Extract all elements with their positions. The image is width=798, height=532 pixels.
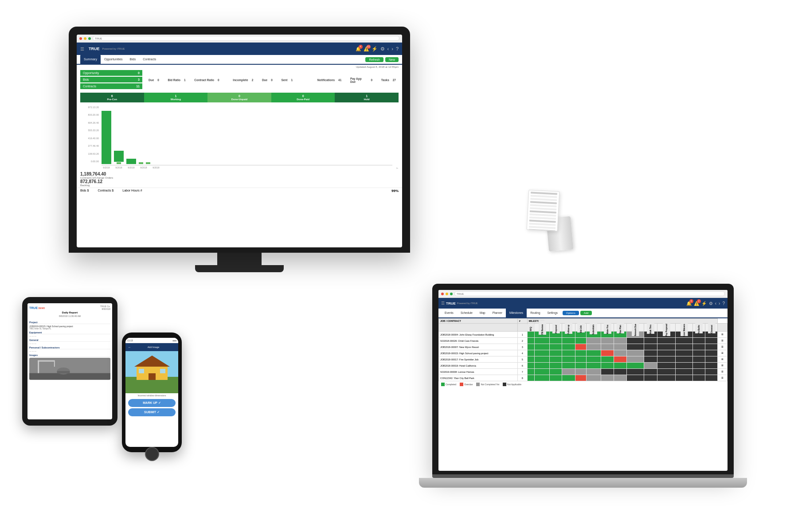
submit-button[interactable]: SUBMIT ✓ bbox=[128, 408, 176, 416]
chart-bars bbox=[102, 106, 392, 165]
laptop-tab-milestones[interactable]: Milestones bbox=[506, 308, 527, 318]
tab-opportunities[interactable]: Opportunities bbox=[101, 55, 126, 64]
table-row: JOB2018-00007: New Wynn Resort 3 bbox=[439, 344, 728, 350]
browser-close-dot[interactable] bbox=[79, 37, 82, 40]
monitor-screen: TRUE ☰ TRUE Powered by iTRUE 🔔4 ⚠️421 ⚡ bbox=[77, 35, 402, 247]
contracts-dollar-tab[interactable]: Contracts $ bbox=[98, 189, 113, 193]
job-name-6: JOB2018-00019: Hotel California bbox=[439, 363, 518, 369]
laptop-chevron-left-icon[interactable]: ‹ bbox=[715, 301, 716, 306]
ms-row-menu-6[interactable]: ≡ bbox=[717, 363, 727, 369]
ms-5-7 bbox=[601, 356, 614, 363]
browser-max-dot[interactable] bbox=[88, 37, 91, 40]
laptop-hamburger-icon[interactable]: ☰ bbox=[441, 301, 445, 305]
ms-row-menu-4[interactable]: ≡ bbox=[717, 350, 727, 356]
new-button[interactable]: New bbox=[385, 57, 399, 62]
col-empty bbox=[439, 324, 518, 332]
laptop-gear-icon[interactable]: ⚙ bbox=[709, 301, 713, 306]
gear-icon[interactable]: ⚙ bbox=[380, 46, 385, 52]
bids-stat[interactable]: Bids 3 bbox=[80, 77, 142, 82]
laptop-min-dot[interactable] bbox=[446, 293, 448, 295]
done-unpaid-bar[interactable]: 0Done-Unpaid bbox=[207, 93, 271, 102]
legend-overdue: Overdue bbox=[460, 383, 473, 386]
desktop-app-header: ☰ TRUE Powered by iTRUE 🔔4 ⚠️421 ⚡ ⚙ ‹ › bbox=[77, 43, 402, 55]
chevron-left-icon[interactable]: ‹ bbox=[387, 46, 389, 51]
options-button[interactable]: Options bbox=[563, 311, 579, 315]
ms-header-pay: Pay Proposal bbox=[662, 318, 670, 336]
tablet-header-row: TRUE DEMO TRUE Co. 8/8/2018 bbox=[29, 305, 110, 310]
ms-row-menu-1[interactable]: ≡ bbox=[717, 332, 727, 338]
ms-6-11 bbox=[657, 363, 675, 369]
tablet-equipment-section: Equipment — — — bbox=[29, 331, 110, 337]
ms-row-menu-2[interactable]: ≡ bbox=[717, 338, 727, 344]
opportunity-value: 0 bbox=[138, 71, 140, 74]
alarm-badge-2: 421 bbox=[367, 45, 371, 49]
phone-time: 11:13 bbox=[127, 339, 133, 342]
tablet-subcontractors-content: — — — bbox=[29, 350, 110, 352]
laptop-tab-map[interactable]: Map bbox=[476, 308, 489, 318]
ms-row-menu-3[interactable]: ≡ bbox=[717, 344, 727, 350]
legend-not-completed-box bbox=[476, 383, 480, 386]
ms-3-11 bbox=[657, 344, 675, 350]
contracts-stat[interactable]: Contracts 11 bbox=[80, 83, 142, 89]
working-bar[interactable]: 1Working bbox=[144, 93, 208, 102]
laptop-alarm-1[interactable]: 🔔4 bbox=[686, 301, 692, 306]
laptop-max-dot[interactable] bbox=[450, 293, 453, 295]
job-num-6: 6 bbox=[517, 363, 527, 369]
ms-6-4 bbox=[562, 363, 575, 369]
alarm-icon-1[interactable]: 🔔4 bbox=[356, 47, 361, 51]
ms-header-starplan: Star Plan bbox=[616, 321, 624, 333]
tablet-images-section: Images bbox=[29, 354, 110, 380]
opportunity-stat[interactable]: Opportunity 0 bbox=[80, 70, 142, 76]
tab-summary[interactable]: Summary bbox=[80, 55, 101, 64]
laptop-tab-schedule[interactable]: Schedule bbox=[457, 308, 476, 318]
done-paid-bar[interactable]: 0Done-Paid bbox=[271, 93, 335, 102]
phone-home-button[interactable] bbox=[145, 447, 159, 461]
hold-bar[interactable]: 1Hold bbox=[335, 93, 399, 102]
laptop-tab-settings[interactable]: Settings bbox=[544, 308, 562, 318]
laptop-lightning-icon[interactable]: ⚡ bbox=[701, 301, 707, 306]
laptop-tab-routing[interactable]: Routing bbox=[527, 308, 544, 318]
ms-8-8 bbox=[614, 375, 626, 381]
table-row: JOB2018-00017: Fire Sprinkler Job 5 bbox=[439, 356, 728, 363]
browser-url[interactable]: TRUE bbox=[93, 36, 399, 41]
chart-bar-5 bbox=[146, 162, 150, 164]
alarm-icon-2[interactable]: ⚠️421 bbox=[364, 47, 369, 51]
ms-row-menu-7[interactable]: ≡ bbox=[717, 369, 727, 375]
chart-bar-2 bbox=[114, 151, 124, 164]
tab-contracts[interactable]: Contracts bbox=[139, 55, 160, 64]
help-icon[interactable]: ? bbox=[396, 46, 399, 51]
tab-bids[interactable]: Bids bbox=[126, 55, 140, 64]
chevron-right-icon[interactable]: › bbox=[391, 46, 393, 51]
laptop-browser-url[interactable]: TRUE bbox=[454, 291, 725, 296]
lightning-icon[interactable]: ⚡ bbox=[372, 46, 378, 52]
chart-y-labels: 972.13.20 833.20.00 694.26.40 555.33.20 … bbox=[80, 106, 99, 169]
bids-dollar-tab[interactable]: Bids $ bbox=[80, 189, 89, 193]
job-num-2: 2 bbox=[517, 338, 527, 344]
browser-min-dot[interactable] bbox=[84, 37, 86, 40]
job-num-7: 7 bbox=[517, 369, 527, 375]
contract-status-bars: 6Pre-Con 1Working 0Done-Unpaid 0Done-Pai… bbox=[80, 93, 399, 102]
tablet-demo-badge: DEMO bbox=[38, 307, 45, 309]
desktop-powered-label: Powered by iTRUE bbox=[102, 47, 125, 50]
legend-completed-box bbox=[441, 383, 445, 386]
tablet-body: Project JOB2018-00015: High School pavin… bbox=[27, 319, 112, 383]
precon-bar[interactable]: 6Pre-Con bbox=[80, 93, 144, 102]
phone-back-icon[interactable]: ← bbox=[128, 346, 131, 349]
job-num-1: 1 bbox=[517, 332, 527, 338]
hamburger-icon[interactable]: ☰ bbox=[80, 47, 84, 51]
laptop-alarm-2[interactable]: ⚠️2 bbox=[694, 301, 699, 306]
ms-7-14 bbox=[705, 369, 718, 375]
laptop-help-icon[interactable]: ? bbox=[722, 301, 725, 306]
laptop-close-dot[interactable] bbox=[441, 293, 444, 295]
job-name-1: JOB2018-00004: John Elway Foundation Bui… bbox=[439, 332, 518, 338]
ms-row-menu-5[interactable]: ≡ bbox=[717, 356, 727, 363]
bids-label: Bids bbox=[83, 78, 89, 81]
markup-button[interactable]: MARK UP ✓ bbox=[128, 399, 176, 407]
add-button[interactable]: Add bbox=[580, 311, 592, 315]
laptop-tab-events[interactable]: Events bbox=[441, 308, 457, 318]
ms-row-menu-8[interactable]: ≡ bbox=[717, 375, 727, 381]
refresh-button[interactable]: Refresh bbox=[365, 57, 383, 62]
laptop-tab-planner[interactable]: Planner bbox=[489, 308, 506, 318]
laptop-chevron-right-icon[interactable]: › bbox=[719, 301, 720, 306]
labor-hours-tab[interactable]: Labor Hours # bbox=[122, 189, 142, 193]
